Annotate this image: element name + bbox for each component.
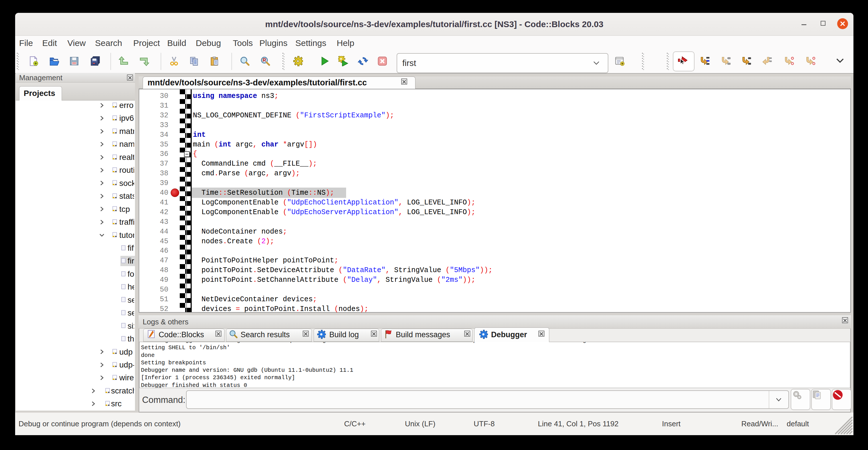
svg-text:R: R (263, 57, 266, 63)
